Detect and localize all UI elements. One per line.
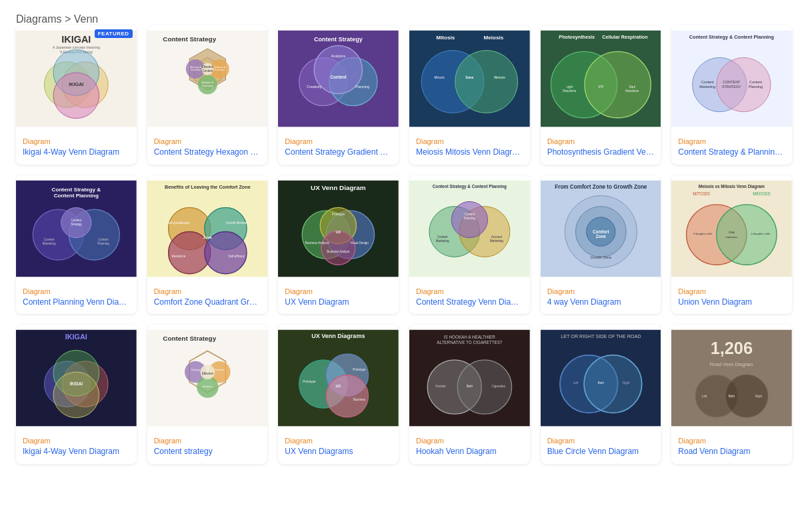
card-title[interactable]: Content Strategy Hexagon Venn... — [154, 147, 261, 158]
card-thumbnail: UX Venn Diagram Business Analysis Visual… — [278, 175, 399, 282]
svg-text:Meiosis: Meiosis — [484, 35, 504, 41]
svg-text:Comfort: Comfort — [593, 229, 609, 234]
featured-badge: FEATURED — [95, 29, 133, 38]
svg-text:Content: Content — [331, 75, 347, 79]
svg-text:UX Venn Diagram: UX Venn Diagram — [311, 184, 366, 191]
svg-text:MITOSIS: MITOSIS — [693, 191, 711, 196]
card-title[interactable]: Hookah Venn Diagram — [416, 447, 523, 457]
svg-text:IS HOOKAH A HEALTHIER: IS HOOKAH A HEALTHIER — [444, 335, 495, 339]
svg-text:Content Strategy & Content Pla: Content Strategy & Content Planning — [433, 183, 507, 189]
svg-text:STRATEGY: STRATEGY — [722, 85, 741, 89]
svg-text:Outreach &: Outreach & — [213, 66, 226, 69]
svg-text:Analytics: Analytics — [331, 54, 346, 58]
svg-text:Planning: Planning — [97, 242, 109, 245]
card-card-5[interactable]: Photosynthesis Cellular Respiration Ligh… — [541, 25, 661, 165]
svg-text:Content: Content — [44, 238, 55, 241]
card-info: DiagramRoad Venn Diagram — [671, 431, 792, 464]
card-title[interactable]: Photosynthesis Gradient Venn D... — [547, 147, 655, 158]
card-info: DiagramHookah Venn Diagram — [409, 431, 530, 464]
svg-text:Both: Both — [467, 385, 473, 388]
svg-text:Business Analyst: Business Analyst — [327, 250, 351, 253]
card-info: DiagramContent strategy — [147, 431, 268, 464]
svg-text:Both: Both — [597, 381, 604, 385]
card-title[interactable]: UX Venn Diagrams — [285, 447, 392, 457]
card-thumbnail: Photosynthesis Cellular Respiration Ligh… — [541, 25, 661, 132]
svg-text:Growth Mindset: Growth Mindset — [226, 221, 247, 224]
svg-text:Mitosis: Mitosis — [434, 76, 445, 79]
card-card-3[interactable]: Content Strategy Creativity Planning Ana… — [278, 25, 399, 165]
svg-text:MEIOSIS: MEIOSIS — [753, 191, 771, 196]
card-title[interactable]: Content strategy — [154, 447, 261, 457]
svg-text:Planning: Planning — [464, 217, 476, 220]
svg-text:Strategy: Strategy — [71, 223, 83, 226]
svg-text:Self-actualization: Self-actualization — [167, 221, 190, 224]
card-info: DiagramComfort Zone Quadrant Graph — [147, 282, 268, 315]
card-info: DiagramUX Venn Diagram — [278, 282, 399, 315]
svg-text:Marketing: Marketing — [436, 239, 449, 242]
svg-text:Hookah: Hookah — [435, 385, 446, 388]
card-thumbnail: UX Venn Diagrams Prototype Prototype Bus… — [278, 325, 399, 431]
card-title[interactable]: Union Venn Diagram — [678, 297, 785, 308]
card-card-1[interactable]: IKIGAI A Japanese concept meaning 'A Rea… — [16, 25, 137, 165]
card-info: DiagramBlue Circle Venn Diagram — [541, 431, 661, 464]
card-card-12[interactable]: Meiosis vs Mitosis Venn Diagram MITOSIS … — [671, 175, 792, 315]
svg-point-147 — [327, 375, 369, 417]
card-card-8[interactable]: Benefits of Leaving the Comfort Zone Sel… — [147, 175, 268, 315]
card-type: Diagram — [678, 137, 785, 145]
svg-text:Zone: Zone — [595, 234, 606, 239]
card-card-2[interactable]: Content Strategy Effective Content Strat… — [147, 25, 268, 165]
card-info: Diagram4 way Venn Diagram — [541, 282, 661, 315]
card-info: DiagramContent Strategy Venn Diagram — [409, 282, 530, 315]
card-title[interactable]: UX Venn Diagram — [285, 297, 392, 308]
card-card-4[interactable]: Mitosis Meiosis Mitosis Meiosis Same Dia… — [409, 25, 530, 165]
card-card-15[interactable]: UX Venn Diagrams Prototype Prototype Bus… — [278, 325, 399, 464]
breadcrumb-parent[interactable]: Diagrams — [16, 13, 61, 25]
card-title[interactable]: Ikigai 4-Way Venn Diagram — [23, 447, 130, 457]
card-title[interactable]: 4 way Venn Diagram — [547, 297, 655, 308]
svg-text:Cellular Respiration: Cellular Respiration — [602, 34, 647, 40]
card-card-7[interactable]: Content Strategy & Content Planning Cont… — [16, 175, 137, 315]
card-type: Diagram — [416, 137, 523, 145]
breadcrumb-separator: > — [65, 13, 74, 25]
card-title[interactable]: Content Strategy & Planning Ve... — [678, 147, 785, 158]
card-type: Diagram — [416, 437, 523, 445]
card-title[interactable]: Comfort Zone Quadrant Graph — [154, 297, 261, 308]
card-card-16[interactable]: IS HOOKAH A HEALTHIER ALTERNATIVE TO CIG… — [409, 325, 530, 464]
svg-text:Reporting: Reporting — [202, 85, 213, 87]
card-card-14[interactable]: Content Strategy Effective Strategy Outr… — [147, 325, 268, 464]
card-type: Diagram — [154, 137, 261, 145]
svg-point-38 — [455, 51, 518, 113]
card-type: Diagram — [154, 437, 261, 445]
card-card-11[interactable]: From Comfort Zone to Growth Zone Comfort… — [541, 175, 661, 315]
card-thumbnail: Content Strategy & Content Planning Cont… — [409, 175, 530, 282]
svg-text:Prototype: Prototype — [303, 380, 317, 383]
svg-text:IKIGAI: IKIGAI — [69, 81, 83, 87]
card-thumbnail: Content Strategy & Content Planning Cont… — [671, 25, 792, 132]
card-thumbnail: Meiosis vs Mitosis Venn Diagram MITOSIS … — [671, 175, 792, 282]
svg-text:Reactions: Reactions — [625, 89, 639, 93]
card-title[interactable]: Content Strategy Gradient Venn... — [285, 147, 392, 158]
card-type: Diagram — [154, 287, 261, 295]
card-card-9[interactable]: UX Venn Diagram Business Analysis Visual… — [278, 175, 399, 315]
card-title[interactable]: Ikigai 4-Way Venn Diagram — [23, 147, 130, 158]
card-title[interactable]: Blue Circle Venn Diagram — [547, 447, 655, 457]
svg-text:IKIGAI: IKIGAI — [70, 381, 83, 386]
card-card-10[interactable]: Content Strategy & Content Planning Cont… — [409, 175, 530, 315]
card-title[interactable]: Content Planning Venn Diagram — [23, 297, 130, 308]
card-title[interactable]: Content Strategy Venn Diagram — [416, 297, 523, 308]
svg-text:1,206: 1,206 — [711, 339, 753, 357]
card-grid: IKIGAI A Japanese concept meaning 'A Rea… — [16, 25, 792, 464]
card-card-13[interactable]: IKIGAI IKIGAI DiagramIkigai 4-Way Venn D… — [16, 325, 137, 464]
card-card-18[interactable]: 1,206 Road Venn Diagram Left Right Both … — [671, 325, 792, 464]
svg-text:IKIGAI: IKIGAI — [65, 333, 87, 341]
card-info: DiagramMeiosis Mitosis Venn Diagram — [409, 132, 530, 165]
svg-text:Meiosis vs Mitosis Venn Diagra: Meiosis vs Mitosis Venn Diagram — [699, 183, 765, 189]
svg-text:Prototype: Prototype — [353, 368, 367, 371]
card-info: DiagramContent Strategy Hexagon Venn... — [147, 132, 268, 165]
card-thumbnail: 1,206 Road Venn Diagram Left Right Both — [671, 325, 792, 431]
card-title[interactable]: Meiosis Mitosis Venn Diagram — [416, 147, 523, 158]
svg-text:Growth Zone: Growth Zone — [590, 255, 611, 259]
card-card-6[interactable]: Content Strategy & Content Planning Cont… — [671, 25, 792, 165]
card-title[interactable]: Road Venn Diagram — [678, 447, 785, 457]
card-card-17[interactable]: LET OR RIGHT SIDE OF THE ROAD Left Right… — [541, 325, 661, 464]
